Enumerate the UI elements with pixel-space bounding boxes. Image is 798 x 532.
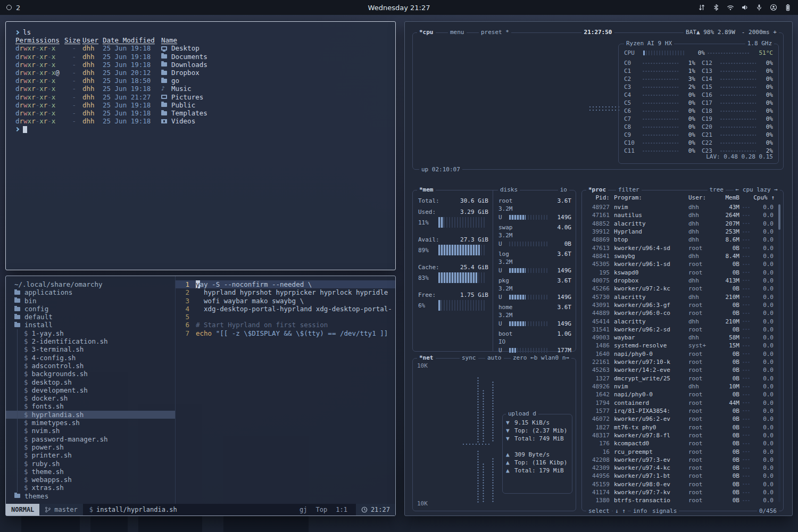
process-row[interactable]: 16rcu_preemptroot0B0.0: [586, 447, 775, 455]
net-interface-switcher[interactable]: ←b wlan0 n→: [528, 354, 571, 362]
tree-toggle-button[interactable]: tree: [708, 186, 726, 194]
process-row[interactable]: 48852alacrittydhh207M0.0: [586, 220, 775, 228]
header-program[interactable]: Program:: [614, 194, 688, 202]
tree-item[interactable]: bin: [6, 297, 175, 305]
process-row[interactable]: 47613kworker/u96:4-sdroot0B0.0: [586, 244, 775, 252]
process-row[interactable]: 39912Hyprlanddhh253M0.0: [586, 228, 775, 236]
tree-item[interactable]: install: [6, 321, 175, 329]
btop-window[interactable]: *cpu menu preset * 21:27:50 BAT▲ 98% 2.8…: [404, 21, 793, 516]
process-row[interactable]: 42208kworker/u97:3-evroot0B0.0: [586, 456, 775, 464]
code-line[interactable]: 2 hyprland hyprshot hyprpicker hyprlock …: [176, 288, 395, 296]
bluetooth-icon[interactable]: [712, 4, 720, 11]
header-pid[interactable]: Pid:: [586, 194, 614, 202]
tree-item[interactable]: config: [6, 305, 175, 313]
account-icon[interactable]: [770, 4, 777, 11]
workspace-indicator[interactable]: 2: [6, 4, 20, 12]
proc-scrollbar[interactable]: [778, 204, 780, 502]
wifi-icon[interactable]: [727, 4, 734, 11]
process-row[interactable]: 40075dropboxdhh413M0.0: [586, 277, 775, 285]
tree-item[interactable]: $2-identification.sh: [6, 337, 175, 345]
neovim-window[interactable]: ~/.local/share/omarchy applicationsbinco…: [5, 276, 396, 516]
tree-item[interactable]: $ruby.sh: [6, 460, 175, 468]
process-row[interactable]: 1794containerdroot44M0.0: [586, 399, 775, 407]
process-row[interactable]: 195kswapd0root0B0.0: [586, 269, 775, 277]
process-row[interactable]: 43091kworker/u96:3-gfroot0B0.0: [586, 301, 775, 309]
menu-button[interactable]: menu: [448, 29, 467, 36]
process-row[interactable]: 1642napi/phy0-0root0B0.0: [586, 390, 775, 398]
code-line[interactable]: 5: [176, 313, 395, 321]
header-memb[interactable]: MemB: [716, 194, 739, 202]
tree-item[interactable]: $adscontrol.sh: [6, 362, 175, 370]
tree-item[interactable]: $fonts.sh: [6, 402, 175, 410]
process-row[interactable]: 47161nautilusdhh264M0.0: [586, 211, 775, 219]
volume-icon[interactable]: [741, 4, 749, 11]
process-row[interactable]: 176kcompactd0root0B0.0: [586, 439, 775, 447]
tree-item[interactable]: $password-manager.sh: [6, 435, 175, 443]
tree-item[interactable]: $mimetypes.sh: [6, 419, 175, 427]
process-row[interactable]: 44889kworker/u96:0-coroot0B0.0: [586, 309, 775, 317]
microphone-icon[interactable]: [755, 4, 763, 11]
tree-item[interactable]: themes: [6, 492, 175, 500]
process-row[interactable]: 1327dmcrypt_write/25root0B0.0: [586, 375, 775, 383]
process-row[interactable]: 41174kworker/u97:7-kvroot0B0.0: [586, 488, 775, 496]
sync-button[interactable]: sync: [460, 354, 478, 362]
sort-selector[interactable]: ← cpu lazy →: [734, 186, 780, 194]
process-row[interactable]: 1577irq/81-PIXA3854:root0B0.0: [586, 407, 775, 415]
process-row[interactable]: 45159kworker/u98:0-evroot0B0.0: [586, 480, 775, 488]
zero-button[interactable]: zero: [511, 354, 529, 362]
code-line[interactable]: 7echo "[[ -z \$DISPLAY && \$(tty) == /de…: [176, 329, 395, 337]
code-line[interactable]: 4 xdg-desktop-portal-hyprland xdg-deskto…: [176, 305, 395, 313]
process-row[interactable]: 48927nvimdhh43M0.0: [586, 203, 775, 211]
tree-item[interactable]: $theme.sh: [6, 468, 175, 476]
select-label[interactable]: select: [586, 508, 612, 515]
editor-pane[interactable]: 1yay -S --noconfirm --needed \2 hyprland…: [175, 276, 395, 504]
header-cpu[interactable]: Cpu% ↑: [753, 194, 775, 202]
process-row[interactable]: 22161kworker/u97:10-kroot0B0.0: [586, 358, 775, 366]
process-row[interactable]: 1380btrfs-transactioroot0B0.0: [586, 496, 775, 504]
cpu-box-title[interactable]: *cpu: [417, 29, 436, 36]
header-user[interactable]: User:: [688, 194, 716, 202]
tree-item[interactable]: $printer.sh: [6, 451, 175, 459]
tree-item[interactable]: $development.sh: [6, 386, 175, 394]
info-button[interactable]: info: [631, 508, 650, 515]
tree-item[interactable]: $4-config.sh: [6, 354, 175, 362]
process-row[interactable]: 1640napi/phy0-0root0B0.0: [586, 350, 775, 358]
prompt-line-active[interactable]: [15, 125, 395, 133]
code-line[interactable]: 6# Start Hyprland on first session: [176, 321, 395, 329]
net-box-title[interactable]: *net: [417, 354, 436, 362]
process-row[interactable]: 48869btopdhh8.6M0.0: [586, 236, 775, 244]
process-row[interactable]: 46072kworker/u96:2-evroot0B0.0: [586, 415, 775, 423]
process-row[interactable]: 49003waybardhh58M0.0: [586, 334, 775, 342]
filter-button[interactable]: filter: [616, 186, 642, 194]
tree-item[interactable]: default: [6, 313, 175, 321]
tree-item[interactable]: $desktop.sh: [6, 378, 175, 386]
tree-item[interactable]: $backgrounds.sh: [6, 370, 175, 378]
preset-button[interactable]: preset *: [479, 29, 511, 36]
updown-arrows-icon[interactable]: [698, 4, 705, 11]
process-row[interactable]: 48841swaybgdhh8.4M0.0: [586, 252, 775, 260]
tree-item[interactable]: $1-yay.sh: [6, 329, 175, 337]
process-row[interactable]: 45263kworker/14:2-everoot0B0.0: [586, 366, 775, 374]
tree-item[interactable]: $docker.sh: [6, 394, 175, 402]
tree-item[interactable]: applications: [6, 288, 175, 296]
tree-item[interactable]: $webapps.sh: [6, 476, 175, 484]
tree-item[interactable]: $power.sh: [6, 443, 175, 451]
process-row[interactable]: 45730alacrittydhh210M0.0: [586, 293, 775, 301]
process-row[interactable]: 45266kworker/u97:2-kcroot0B0.0: [586, 285, 775, 293]
tree-item[interactable]: $nvim.sh: [6, 427, 175, 435]
battery-icon[interactable]: [784, 4, 792, 11]
process-row[interactable]: 1486systemd-resolvesyst+15M0.0: [586, 342, 775, 350]
select-arrows[interactable]: ↓ ↑: [613, 508, 628, 515]
tree-item[interactable]: $xtras.sh: [6, 484, 175, 492]
auto-button[interactable]: auto: [485, 354, 504, 362]
terminal-window-ls[interactable]: ls Permissions Size User Date Modified N…: [5, 21, 396, 270]
process-row[interactable]: 44956kworker/u97:1-btroot0B0.0: [586, 472, 775, 480]
process-row[interactable]: 45414alacrittydhh210M0.0: [586, 317, 775, 325]
code-line[interactable]: 1yay -S --noconfirm --needed \: [176, 280, 395, 288]
scrollbar-thumb[interactable]: [778, 204, 780, 230]
signals-button[interactable]: signals: [650, 508, 679, 515]
process-row[interactable]: 31541kworker/u96:2-sdroot0B0.0: [586, 326, 775, 334]
tree-root-path[interactable]: ~/.local/share/omarchy: [6, 280, 175, 288]
proc-box-title[interactable]: *proc: [586, 186, 608, 194]
update-interval-control[interactable]: - 2000ms +: [742, 29, 777, 36]
